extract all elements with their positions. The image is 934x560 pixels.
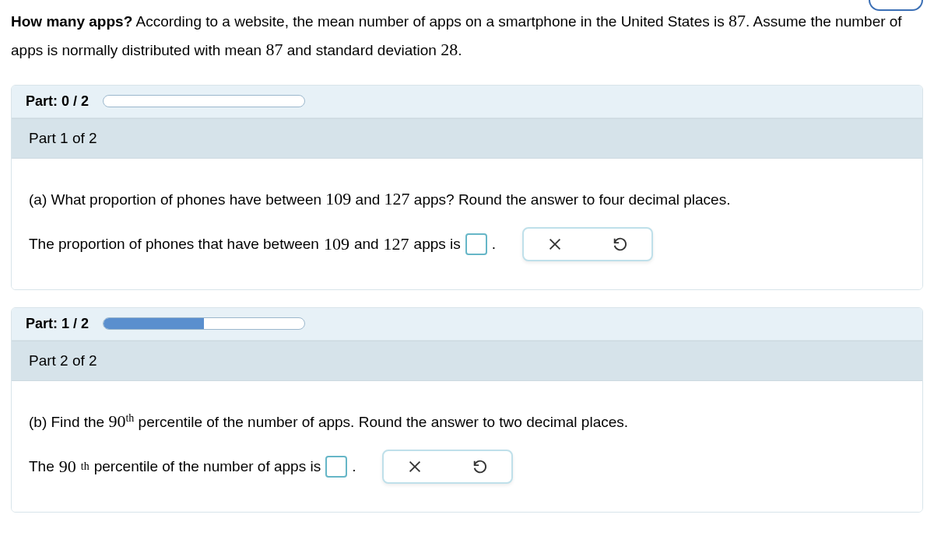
progress-fill-2 (104, 318, 204, 329)
part2-body: (b) Find the 90th percentile of the numb… (12, 381, 922, 512)
x-icon (546, 236, 564, 253)
part2-answer-input[interactable] (325, 456, 347, 478)
part1-header: Part 1 of 2 (12, 118, 922, 159)
clear-button[interactable] (406, 457, 424, 476)
progress-label-2: Part: 1 / 2 (26, 316, 89, 332)
part1-panel: Part: 0 / 2 Part 1 of 2 (a) What proport… (11, 85, 923, 290)
language-toggle-stub[interactable] (869, 0, 923, 11)
part1-question: (a) What proportion of phones have betwe… (29, 182, 905, 216)
progress-track-1 (103, 95, 305, 107)
progress-label-1: Part: 0 / 2 (26, 93, 89, 110)
x-icon (406, 458, 423, 475)
reset-button[interactable] (471, 457, 490, 476)
part1-answer-input[interactable] (465, 233, 487, 255)
part1-toolbox (522, 227, 653, 261)
progress-row-1: Part: 0 / 2 (12, 86, 922, 118)
progress-track-2 (103, 317, 305, 330)
clear-button[interactable] (546, 235, 564, 254)
part2-answer-line: The 90th percentile of the number of app… (29, 450, 905, 484)
part2-question: (b) Find the 90th percentile of the numb… (29, 404, 905, 439)
stem-lead: How many apps? (11, 13, 132, 30)
part2-panel: Part: 1 / 2 Part 2 of 2 (b) Find the 90t… (11, 307, 923, 513)
part2-header: Part 2 of 2 (12, 341, 922, 381)
undo-icon (612, 236, 629, 253)
progress-row-2: Part: 1 / 2 (12, 308, 922, 341)
part2-toolbox (382, 450, 513, 484)
question-stem: How many apps? According to a website, t… (11, 6, 923, 65)
part1-body: (a) What proportion of phones have betwe… (12, 159, 922, 289)
undo-icon (472, 458, 489, 475)
reset-button[interactable] (611, 235, 630, 254)
part1-answer-line: The proportion of phones that have betwe… (29, 227, 905, 261)
